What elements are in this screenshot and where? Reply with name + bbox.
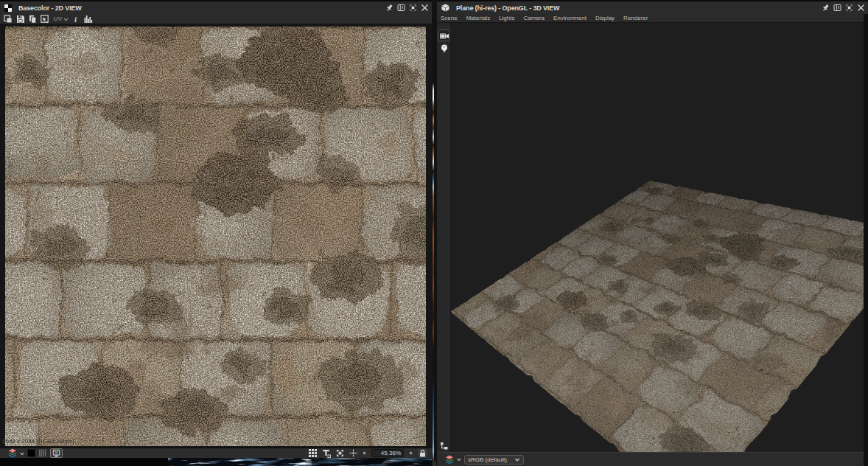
display-channels-button[interactable] [50,448,63,458]
collapsed-panel-content [433,83,434,461]
panel-2d-view: Basecolor - 2D VIEW UV i 2048 x 2048 (RG… [0,0,432,466]
view-toolbar-3d [437,23,451,452]
bottom-panel-edge [0,458,432,466]
close-icon[interactable] [421,4,429,12]
texture-size-label: 2048 x 2048 (RGBA 16bpc) [2,438,74,445]
center-view-icon[interactable] [349,449,357,457]
split-view-icon[interactable] [397,4,405,12]
color-profile-select[interactable]: sRGB (default) [464,455,524,465]
menu-camera[interactable]: Camera [524,15,551,21]
uv-mode-select[interactable]: UV [54,15,69,22]
zoom-input[interactable]: 45.36% [371,449,404,457]
copy-icon[interactable] [29,15,36,24]
header-buttons [822,4,868,12]
menu-lights[interactable]: Lights [499,15,521,21]
pin-icon[interactable] [385,4,393,12]
panel-2d-title: Basecolor - 2D VIEW [18,4,82,12]
split-view-icon[interactable] [833,4,841,12]
fit-view-icon[interactable] [336,449,344,457]
basecolor-texture-2d [5,27,426,446]
panel-3d-view: Plane (hi-res) - OpenGL - 3D VIEW SceneM… [437,0,868,466]
new-view-icon[interactable] [4,15,12,24]
right-splitter[interactable] [864,14,868,466]
background-color-swatch[interactable] [27,449,35,457]
uv-label: UV [54,15,62,22]
splitter-grip[interactable] [433,461,436,466]
blue-texture-sliver [168,458,432,466]
toolbar-2d: UV i [0,14,432,24]
grid-icon[interactable] [309,449,317,457]
menubar-3d: SceneMaterialsLightsCameraEnvironmentDis… [437,14,868,23]
zoom-in-dot-icon[interactable] [409,451,413,455]
info-icon[interactable]: i [73,15,80,24]
chevron-down-icon [514,457,520,462]
close-icon[interactable] [857,4,865,12]
histogram-icon[interactable] [84,15,93,24]
svg-text:i: i [74,15,77,24]
pin-icon[interactable] [822,4,830,12]
tiling-stripes-icon[interactable] [38,449,47,457]
panel-3d-header[interactable]: Plane (hi-res) - OpenGL - 3D VIEW [437,0,868,14]
collapsed-panel-splitter[interactable] [432,0,437,466]
app-window: Basecolor - 2D VIEW UV i 2048 x 2048 (RG… [0,0,868,466]
tile-mode-icon[interactable] [322,449,331,458]
color-management-icon[interactable] [445,455,454,465]
statusbar-2d: 45.36% [0,448,432,458]
transform-tool-icon[interactable] [41,15,49,24]
header-buttons [385,4,432,12]
bottombar-3d: sRGB (default) [437,452,864,466]
chevron-down-icon [20,451,24,456]
menu-scene[interactable]: Scene [441,15,464,21]
cube-3d-icon [441,4,449,12]
zoom-out-dot-icon[interactable] [363,451,366,455]
menu-materials[interactable]: Materials [466,15,497,21]
color-profile-value: sRGB (default) [468,456,507,463]
maximize-icon[interactable] [845,4,853,12]
light-button[interactable] [439,43,449,54]
camera-button[interactable] [438,29,450,41]
menu-environment[interactable]: Environment [553,15,593,21]
color-management-icon[interactable] [8,448,17,458]
save-icon[interactable] [16,15,24,24]
plane-shading-overlay [451,181,864,452]
scene-tree-button[interactable] [439,441,449,451]
checker-2d-icon [4,4,12,12]
canvas-3d[interactable] [451,23,864,452]
menu-display[interactable]: Display [595,15,621,21]
lock-zoom-button[interactable] [418,449,427,458]
panel-2d-header[interactable]: Basecolor - 2D VIEW [0,0,432,14]
chevron-down-icon [457,457,461,462]
panel-3d-title: Plane (hi-res) - OpenGL - 3D VIEW [456,4,559,12]
maximize-icon[interactable] [409,4,417,12]
menu-renderer[interactable]: Renderer [623,15,654,21]
chevron-down-icon [63,17,69,21]
canvas-2d[interactable]: 2048 x 2048 (RGBA 16bpc) [0,24,432,448]
textured-plane-3d [451,181,864,452]
